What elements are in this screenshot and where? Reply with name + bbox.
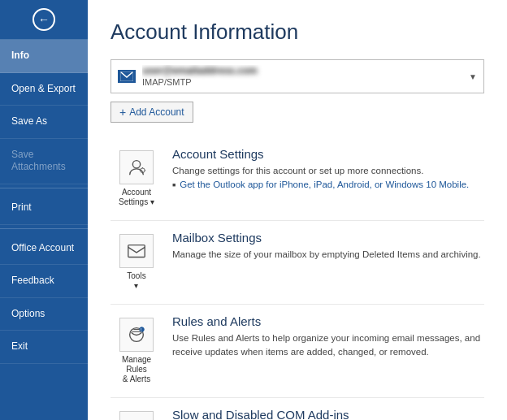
mailbox-settings-icon	[119, 234, 154, 268]
email-icon	[118, 70, 136, 83]
sidebar-item-open-export[interactable]: Open & Export	[0, 73, 88, 106]
info-card-account-settings: Account Settings ▾Account SettingsChange…	[110, 137, 484, 221]
account-settings-label: Account Settings ▾	[119, 188, 154, 207]
account-settings-desc: Change settings for this account or set …	[172, 164, 484, 178]
page-title: Account Information	[110, 19, 484, 45]
rules-alerts-icon-box[interactable]: ! Manage Rules & Alerts	[110, 314, 167, 388]
account-settings-title: Account Settings	[172, 147, 484, 161]
info-card-mailbox-settings: Tools ▾Mailbox SettingsManage the size o…	[110, 221, 484, 305]
mailbox-settings-icon-box[interactable]: Tools ▾	[110, 231, 167, 294]
account-settings-icon-box[interactable]: Account Settings ▾	[110, 147, 167, 210]
svg-point-2	[132, 161, 140, 168]
rules-alerts-icon: !	[119, 318, 154, 352]
add-account-label: Add Account	[129, 106, 184, 118]
account-name: user@emailaddress.com IMAP/SMTP	[142, 65, 464, 88]
sidebar-item-print[interactable]: Print	[0, 192, 88, 225]
info-card-rules-alerts: ! Manage Rules & AlertsRules and AlertsU…	[110, 305, 484, 398]
sidebar-item-exit[interactable]: Exit	[0, 331, 88, 364]
sidebar-item-feedback[interactable]: Feedback	[0, 265, 88, 298]
mailbox-settings-desc: Manage the size of your mailbox by empty…	[172, 248, 484, 262]
account-selector[interactable]: user@emailaddress.com IMAP/SMTP ▼	[110, 59, 484, 93]
sidebar-item-options[interactable]: Options	[0, 298, 88, 331]
account-settings-content: Account SettingsChange settings for this…	[167, 147, 484, 189]
sidebar: ← InfoOpen & ExportSave AsSave Attachmen…	[0, 0, 88, 420]
info-cards: Account Settings ▾Account SettingsChange…	[110, 137, 484, 420]
sidebar-item-save-attachments: Save Attachments	[0, 139, 88, 184]
com-addins-icon-box[interactable]: Manage COM Add-ins	[110, 408, 167, 420]
account-settings-icon	[119, 150, 154, 184]
mailbox-settings-label: Tools ▾	[127, 271, 145, 291]
back-icon: ←	[32, 8, 55, 31]
back-button[interactable]: ←	[0, 0, 88, 40]
sidebar-item-info[interactable]: Info	[0, 40, 88, 73]
info-card-com-addins: Manage COM Add-insSlow and Disabled COM …	[110, 398, 484, 420]
rules-alerts-desc: Use Rules and Alerts to help organize yo…	[172, 331, 484, 360]
rules-alerts-title: Rules and Alerts	[172, 314, 484, 328]
mailbox-settings-title: Mailbox Settings	[172, 231, 484, 245]
account-settings-link[interactable]: Get the Outlook app for iPhone, iPad, An…	[172, 180, 484, 189]
com-addins-title: Slow and Disabled COM Add-ins	[172, 408, 484, 420]
plus-icon: +	[119, 106, 126, 119]
mailbox-settings-content: Mailbox SettingsManage the size of your …	[167, 231, 484, 263]
add-account-button[interactable]: + Add Account	[110, 102, 193, 123]
rules-alerts-content: Rules and AlertsUse Rules and Alerts to …	[167, 314, 484, 362]
main-content: Account Information user@emailaddress.co…	[88, 0, 507, 420]
sidebar-item-save-as[interactable]: Save As	[0, 106, 88, 139]
rules-alerts-label: Manage Rules & Alerts	[110, 355, 162, 384]
dropdown-arrow: ▼	[469, 72, 477, 81]
com-addins-icon	[119, 411, 154, 420]
com-addins-content: Slow and Disabled COM Add-insManage COM …	[167, 408, 484, 420]
svg-rect-8	[128, 245, 145, 258]
sidebar-item-office-account[interactable]: Office Account	[0, 232, 88, 266]
